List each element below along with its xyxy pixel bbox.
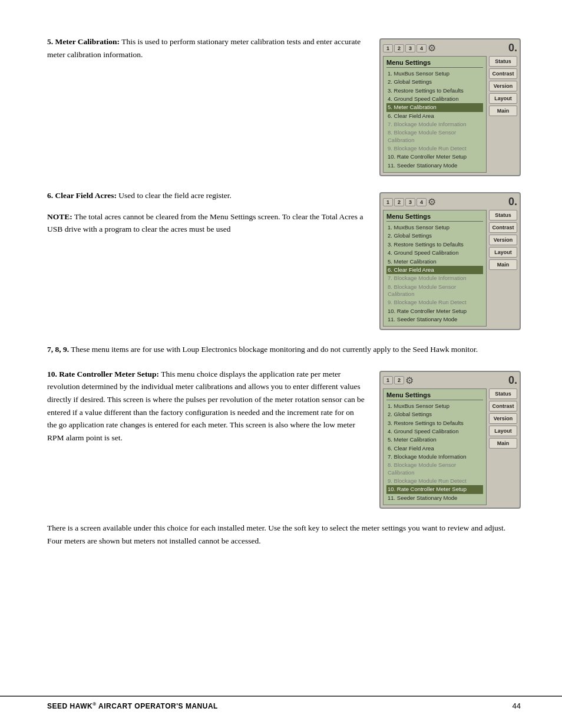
footer-page-number: 44 [513,701,521,710]
section-10-text: 10. Rate Controller Meter Setup: This me… [47,368,365,444]
menu-item-8-img2: 8. Blockage Module Sensor Calibration [386,283,483,299]
section-6-heading-bold: 6. Clear Field Acres: [47,191,117,200]
version-btn-img2[interactable]: Version [489,235,517,245]
device-tab-4b: 4 [416,198,427,206]
menu-item-9-img3: 9. Blockage Module Run Detect [386,477,483,485]
section-10-heading-normal: This menu choice displays the applicatio… [47,370,365,442]
gear-icon-img2: ⚙ [428,196,436,207]
footer-manual: AIRCART OPERATOR'S MANUAL [97,702,218,710]
device-tab-2c: 2 [394,376,404,384]
section-10: 10. Rate Controller Meter Setup: This me… [47,368,521,509]
device-zero-img2: 0. [508,196,517,208]
menu-item-1-img1: 1. MuxBus Sensor Setup [386,70,483,78]
device-tab-3: 3 [405,44,415,52]
menu-item-8-img1: 8. Blockage Module Sensor Calibration [386,129,483,144]
device-screen-content-img3: Menu Settings 1. MuxBus Sensor Setup 2. … [383,388,487,505]
menu-item-2-img2: 2. Global Settings [386,232,483,240]
section-789-bold: 7, 8, 9. [47,345,69,354]
device-tab-1c: 1 [383,376,393,384]
menu-title-img2: Menu Settings [386,213,483,222]
status-btn-img1[interactable]: Status [489,56,517,67]
menu-item-5-img1: 5. Meter Calibration [386,103,483,111]
menu-item-3-img3: 3. Restore Settings to Defaults [386,419,483,427]
device-buttons-img1: Status Contrast Version Layout Main [489,56,517,173]
menu-item-10-img3: 10. Rate Controller Meter Setup [386,485,483,493]
menu-item-1-img2: 1. MuxBus Sensor Setup [386,223,483,232]
device-tabs-img3: 1 2 ⚙ [383,375,414,386]
status-btn-img3[interactable]: Status [489,388,517,399]
main-btn-img3[interactable]: Main [489,438,517,449]
menu-title-img1: Menu Settings [386,59,483,68]
menu-item-3-img2: 3. Restore Settings to Defaults [386,241,483,249]
device-body-img2: Menu Settings 1. MuxBus Sensor Setup 2. … [383,210,517,327]
section-5-para: 5. Meter Calibration: This is used to pe… [47,35,365,61]
section-10-image-col: 1 2 ⚙ 0. Menu Settings 1. MuxBus Sensor … [371,368,521,509]
device-zero-img3: 0. [508,374,517,387]
menu-item-7-img3: 7. Blockage Module Information [386,453,483,461]
device-screen-img3: 1 2 ⚙ 0. Menu Settings 1. MuxBus Sensor … [379,371,521,509]
device-buttons-img3: Status Contrast Version Layout Main [489,388,517,505]
device-tab-1: 1 [383,44,393,52]
device-tabs-img2: 1 2 3 4 ⚙ [383,196,436,207]
gear-icon-img1: ⚙ [428,42,436,54]
menu-item-7-img1: 7. Blockage Module Information [386,120,483,129]
device-screen-img2: 1 2 3 4 ⚙ 0. Menu Settings 1. MuxBus Sen… [379,192,521,330]
menu-item-9-img2: 9. Blockage Module Run Detect [386,298,483,307]
menu-title-img3: Menu Settings [386,391,483,400]
section-6-image-col: 1 2 3 4 ⚙ 0. Menu Settings 1. MuxBus Sen… [371,189,521,330]
device-body-img1: Menu Settings 1. MuxBus Sensor Setup 2. … [383,56,517,173]
section-6: 6. Clear Field Acres: Used to clear the … [47,189,521,330]
menu-item-10-img1: 10. Rate Controller Meter Setup [386,153,483,161]
menu-item-11-img3: 11. Seeder Stationary Mode [386,494,483,502]
section-5-heading-bold: 5. Meter Calibration: [47,37,120,46]
menu-item-1-img3: 1. MuxBus Sensor Setup [386,402,483,410]
contrast-btn-img1[interactable]: Contrast [489,68,517,79]
section-6-note-normal: The total acres cannot be cleared from t… [47,212,363,234]
main-btn-img2[interactable]: Main [489,259,517,270]
section-5: 5. Meter Calibration: This is used to pe… [47,35,521,176]
layout-btn-img3[interactable]: Layout [489,426,517,436]
section-789-text: These menu items are for use with Loup E… [69,345,478,354]
device-buttons-img2: Status Contrast Version Layout Main [489,210,517,327]
main-btn-img1[interactable]: Main [489,106,517,116]
footer-brand-text: SEED HAWK [47,702,92,710]
gear-icon-img3: ⚙ [405,375,414,386]
device-zero-img1: 0. [508,42,517,54]
device-img1: 1 2 3 4 ⚙ 0. Menu Settings 1. MuxBus Sen… [379,38,521,176]
device-screen-content-img2: Menu Settings 1. MuxBus Sensor Setup 2. … [383,210,487,327]
menu-item-6-img3: 6. Clear Field Area [386,444,483,453]
menu-item-8-img3: 8. Blockage Module Sensor Calibration [386,461,483,477]
layout-btn-img1[interactable]: Layout [489,93,517,104]
menu-item-4-img1: 4. Ground Speed Calibration [386,95,483,103]
page: 5. Meter Calibration: This is used to pe… [0,0,562,728]
contrast-btn-img2[interactable]: Contrast [489,222,517,233]
version-btn-img3[interactable]: Version [489,413,517,424]
contrast-btn-img3[interactable]: Contrast [489,401,517,411]
section-6-note-bold: NOTE: [47,212,72,221]
device-screen-content-img1: Menu Settings 1. MuxBus Sensor Setup 2. … [383,56,487,173]
device-tab-2b: 2 [394,198,404,206]
device-img3: 1 2 ⚙ 0. Menu Settings 1. MuxBus Sensor … [379,371,521,509]
version-btn-img1[interactable]: Version [489,81,517,91]
menu-item-3-img1: 3. Restore Settings to Defaults [386,87,483,95]
section-5-text: 5. Meter Calibration: This is used to pe… [47,35,365,61]
status-btn-img2[interactable]: Status [489,210,517,220]
section-10-heading-bold: 10. Rate Controller Meter Setup: [47,370,159,378]
layout-btn-img2[interactable]: Layout [489,247,517,258]
device-tab-2: 2 [394,44,404,52]
section-5-image-col: 1 2 3 4 ⚙ 0. Menu Settings 1. MuxBus Sen… [371,35,521,176]
menu-item-4-img3: 4. Ground Speed Calibration [386,427,483,436]
device-tab-4: 4 [416,44,427,52]
menu-item-10-img2: 10. Rate Controller Meter Setup [386,307,483,315]
device-body-img3: Menu Settings 1. MuxBus Sensor Setup 2. … [383,388,517,505]
menu-item-6-img2: 6. Clear Field Area [386,266,483,274]
device-img2: 1 2 3 4 ⚙ 0. Menu Settings 1. MuxBus Sen… [379,192,521,330]
section-10b: There is a screen available under this c… [47,522,521,547]
device-tabs-img1: 1 2 3 4 ⚙ [383,42,436,54]
section-6-note: NOTE: The total acres cannot be cleared … [47,210,365,236]
device-top-img3: 1 2 ⚙ 0. [383,374,517,387]
device-tab-3b: 3 [405,198,415,206]
device-screen-img1: 1 2 3 4 ⚙ 0. Menu Settings 1. MuxBus Sen… [379,38,521,176]
menu-item-2-img1: 2. Global Settings [386,78,483,86]
section-6-heading-normal: Used to clear the field acre register. [117,191,232,200]
